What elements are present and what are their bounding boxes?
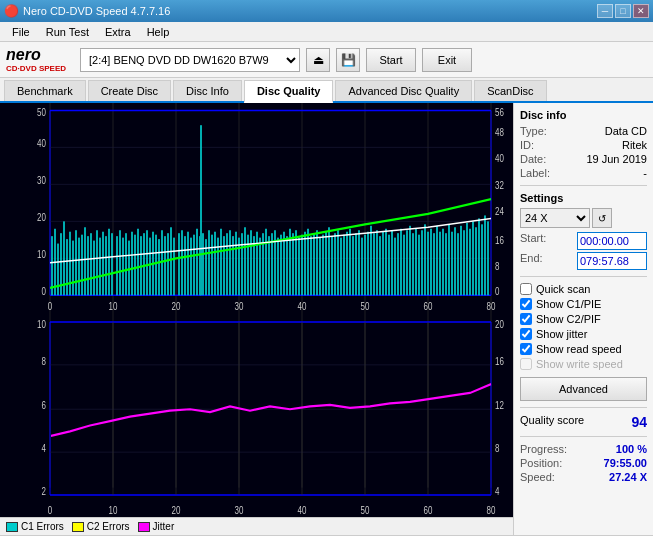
advanced-button[interactable]: Advanced bbox=[520, 377, 647, 401]
svg-rect-66 bbox=[202, 233, 204, 295]
svg-rect-129 bbox=[391, 230, 393, 295]
end-label: End: bbox=[520, 252, 543, 270]
svg-rect-41 bbox=[125, 233, 127, 295]
svg-text:8: 8 bbox=[495, 442, 500, 455]
speed-display-label: Speed: bbox=[520, 471, 555, 483]
svg-rect-70 bbox=[214, 232, 216, 296]
svg-rect-160 bbox=[484, 215, 486, 295]
menu-run-test[interactable]: Run Test bbox=[38, 24, 97, 40]
drive-select[interactable]: [2:4] BENQ DVD DD DW1620 B7W9 bbox=[80, 48, 300, 72]
svg-text:50: 50 bbox=[37, 106, 46, 119]
menu-help[interactable]: Help bbox=[139, 24, 178, 40]
svg-rect-37 bbox=[111, 233, 113, 295]
svg-rect-123 bbox=[373, 233, 375, 295]
svg-rect-137 bbox=[415, 229, 417, 296]
show-c1-row: Show C1/PIE bbox=[520, 298, 647, 310]
logo-text: nero bbox=[6, 46, 66, 64]
close-button[interactable]: ✕ bbox=[633, 4, 649, 18]
svg-text:80: 80 bbox=[487, 300, 496, 313]
svg-rect-131 bbox=[397, 233, 399, 295]
svg-text:30: 30 bbox=[235, 300, 244, 313]
title-bar: 🔴 Nero CD-DVD Speed 4.7.7.16 ─ □ ✕ bbox=[0, 0, 653, 22]
svg-text:10: 10 bbox=[37, 317, 46, 330]
svg-rect-136 bbox=[412, 233, 414, 295]
svg-rect-125 bbox=[379, 236, 381, 295]
end-row: End: bbox=[520, 252, 647, 270]
show-c2-row: Show C2/PIF bbox=[520, 313, 647, 325]
svg-rect-128 bbox=[388, 235, 390, 296]
svg-rect-103 bbox=[313, 233, 315, 295]
start-button[interactable]: Start bbox=[366, 48, 416, 72]
settings-title: Settings bbox=[520, 192, 647, 204]
svg-text:30: 30 bbox=[235, 504, 244, 517]
quick-scan-checkbox[interactable] bbox=[520, 283, 532, 295]
show-write-speed-row: Show write speed bbox=[520, 358, 647, 370]
svg-text:60: 60 bbox=[424, 300, 433, 313]
menu-extra[interactable]: Extra bbox=[97, 24, 139, 40]
svg-rect-117 bbox=[355, 233, 357, 295]
eject-icon[interactable]: ⏏ bbox=[306, 48, 330, 72]
svg-rect-73 bbox=[223, 236, 225, 295]
svg-rect-43 bbox=[131, 232, 133, 296]
svg-rect-121 bbox=[367, 232, 369, 296]
start-input[interactable] bbox=[577, 232, 647, 250]
show-jitter-checkbox[interactable] bbox=[520, 328, 532, 340]
tab-benchmark[interactable]: Benchmark bbox=[4, 80, 86, 101]
svg-rect-30 bbox=[90, 233, 92, 295]
exit-button[interactable]: Exit bbox=[422, 48, 472, 72]
svg-text:20: 20 bbox=[37, 211, 46, 224]
speed-display-row: Speed: 27.24 X bbox=[520, 471, 647, 483]
svg-text:16: 16 bbox=[495, 233, 504, 246]
tab-scan-disc[interactable]: ScanDisc bbox=[474, 80, 546, 101]
tab-advanced-disc-quality[interactable]: Advanced Disc Quality bbox=[335, 80, 472, 101]
svg-text:40: 40 bbox=[298, 504, 307, 517]
tab-disc-quality[interactable]: Disc Quality bbox=[244, 80, 334, 103]
position-row: Position: 79:55.00 bbox=[520, 457, 647, 469]
svg-rect-151 bbox=[457, 233, 459, 295]
end-input[interactable] bbox=[577, 252, 647, 270]
show-c1-checkbox[interactable] bbox=[520, 298, 532, 310]
tab-create-disc[interactable]: Create Disc bbox=[88, 80, 171, 101]
tab-disc-info[interactable]: Disc Info bbox=[173, 80, 242, 101]
svg-rect-72 bbox=[220, 229, 222, 296]
menu-file[interactable]: File bbox=[4, 24, 38, 40]
tab-bar: Benchmark Create Disc Disc Info Disc Qua… bbox=[0, 78, 653, 103]
svg-rect-44 bbox=[134, 235, 136, 296]
svg-rect-157 bbox=[475, 227, 477, 295]
show-c2-checkbox[interactable] bbox=[520, 313, 532, 325]
svg-rect-45 bbox=[137, 229, 139, 296]
svg-text:12: 12 bbox=[495, 399, 504, 412]
speed-row: 24 X ↺ bbox=[520, 208, 647, 228]
date-value: 19 Jun 2019 bbox=[586, 153, 647, 165]
refresh-button[interactable]: ↺ bbox=[592, 208, 612, 228]
show-read-speed-checkbox[interactable] bbox=[520, 343, 532, 355]
svg-rect-56 bbox=[170, 227, 172, 295]
svg-rect-25 bbox=[75, 230, 77, 295]
chart-legend: C1 Errors C2 Errors Jitter bbox=[0, 517, 513, 535]
svg-text:50: 50 bbox=[361, 300, 370, 313]
svg-rect-126 bbox=[382, 232, 384, 296]
svg-rect-156 bbox=[472, 221, 474, 295]
start-row: Start: bbox=[520, 232, 647, 250]
svg-rect-0 bbox=[0, 103, 513, 535]
progress-section: Progress: 100 % Position: 79:55.00 Speed… bbox=[520, 443, 647, 483]
svg-rect-110 bbox=[334, 233, 336, 295]
svg-rect-79 bbox=[241, 233, 243, 295]
svg-rect-59 bbox=[181, 230, 183, 295]
svg-rect-149 bbox=[451, 232, 453, 296]
show-write-speed-label: Show write speed bbox=[536, 358, 623, 370]
divider-2 bbox=[520, 276, 647, 277]
svg-rect-120 bbox=[364, 235, 366, 296]
save-icon[interactable]: 💾 bbox=[336, 48, 360, 72]
maximize-button[interactable]: □ bbox=[615, 4, 631, 18]
svg-rect-124 bbox=[376, 230, 378, 295]
window-controls[interactable]: ─ □ ✕ bbox=[597, 4, 649, 18]
minimize-button[interactable]: ─ bbox=[597, 4, 613, 18]
svg-rect-107 bbox=[325, 232, 327, 296]
toolbar: nero CD·DVD SPEED [2:4] BENQ DVD DD DW16… bbox=[0, 42, 653, 78]
svg-text:4: 4 bbox=[42, 442, 47, 455]
logo-subtext: CD·DVD SPEED bbox=[6, 64, 66, 73]
progress-value: 100 % bbox=[616, 443, 647, 455]
svg-rect-113 bbox=[343, 235, 345, 296]
speed-select[interactable]: 24 X bbox=[520, 208, 590, 228]
